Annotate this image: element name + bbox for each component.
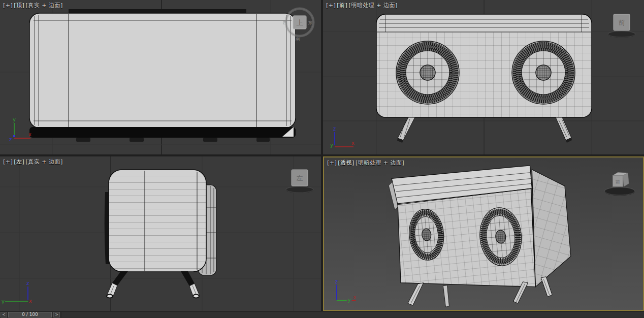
speaker-driver-left[interactable] bbox=[396, 41, 459, 104]
viewport-label-front: [+][前][明暗处理 + 边面] bbox=[326, 2, 399, 9]
axis-gizmo-left: z y x bbox=[2, 280, 32, 304]
axis-gizmo-front: z x y bbox=[330, 126, 355, 148]
viewcube-face-label[interactable]: 左 bbox=[297, 174, 303, 182]
viewcube-face-label[interactable]: 前 bbox=[619, 19, 625, 26]
axis-z-label: z bbox=[335, 279, 338, 284]
max-viewport-area: 上 西 东 南 y x z [+][顶][真实 + 边面] bbox=[0, 0, 644, 318]
viewcube-left[interactable]: 左 bbox=[286, 170, 313, 193]
viewport-menu-button[interactable]: [+] bbox=[3, 2, 13, 9]
compass-east-label[interactable]: 东 bbox=[308, 20, 313, 25]
viewport-name-button[interactable]: [透视] bbox=[338, 160, 355, 166]
timeline-next-frame-button[interactable]: > bbox=[53, 312, 60, 317]
viewport-name-button[interactable]: [左] bbox=[14, 158, 24, 165]
timeline-prev-frame-button[interactable]: < bbox=[1, 312, 7, 317]
viewport-perspective[interactable]: 前 z y x [+][透视][明暗处理 + 边面] bbox=[323, 156, 644, 311]
viewcube-face-label[interactable]: 上 bbox=[297, 19, 303, 26]
axis-x-label: x bbox=[29, 298, 32, 304]
viewport-shading-button[interactable]: [真实 + 边面] bbox=[25, 2, 62, 9]
viewport-menu-button[interactable]: [+] bbox=[3, 158, 13, 165]
timeline-slider-thumb[interactable]: 0 / 100 bbox=[8, 312, 52, 317]
axis-x-label: x bbox=[28, 132, 31, 137]
axis-y-label: y bbox=[330, 142, 333, 148]
timeline-bar: < 0 / 100 > bbox=[0, 311, 644, 318]
speaker-model-left-view[interactable] bbox=[105, 170, 216, 298]
axis-x-label: x bbox=[351, 140, 355, 146]
viewport-shading-button[interactable]: [明暗处理 + 边面] bbox=[356, 160, 404, 166]
axis-z-label: z bbox=[26, 280, 29, 286]
speaker-driver-right[interactable] bbox=[512, 41, 575, 104]
axis-y-label: y bbox=[348, 297, 351, 303]
viewcube-face-label[interactable]: 前 bbox=[616, 179, 620, 184]
speaker-model-top-view[interactable] bbox=[29, 9, 296, 142]
viewport-name-button[interactable]: [前] bbox=[337, 2, 347, 9]
viewport-shading-button[interactable]: [明暗处理 + 边面] bbox=[348, 2, 397, 9]
viewport-menu-button[interactable]: [+] bbox=[327, 160, 337, 166]
viewcube-front[interactable]: 前 bbox=[608, 14, 635, 38]
viewport-menu-button[interactable]: [+] bbox=[326, 2, 336, 9]
axis-z-label: z bbox=[333, 126, 336, 132]
compass-west-label[interactable]: 西 bbox=[283, 20, 287, 25]
axis-y-label: y bbox=[13, 117, 16, 122]
viewport-shading-button[interactable]: [真实 + 边面] bbox=[25, 158, 62, 165]
viewport-name-button[interactable]: [顶] bbox=[14, 2, 24, 9]
axis-y-label: y bbox=[2, 299, 5, 304]
compass-south-label[interactable]: 南 bbox=[296, 37, 300, 42]
axis-gizmo-top: y x z bbox=[9, 117, 31, 142]
viewport-top[interactable]: 上 西 东 南 y x z [+][顶][真实 + 边面] bbox=[0, 0, 321, 154]
viewport-left[interactable]: 左 z y x [+][左][真实 + 边面] bbox=[0, 156, 321, 311]
viewport-label-perspective: [+][透视][明暗处理 + 边面] bbox=[327, 159, 405, 167]
viewport-label-top: [+][顶][真实 + 边面] bbox=[3, 2, 64, 9]
timeline-track[interactable] bbox=[62, 312, 644, 317]
viewport-front[interactable]: 前 z x y [+][前][明暗处理 + 边面] bbox=[323, 0, 644, 154]
axis-x-label: x bbox=[353, 295, 356, 300]
speaker-legs-left-view bbox=[106, 271, 199, 298]
viewport-label-left: [+][左][真实 + 边面] bbox=[3, 158, 64, 166]
axis-z-label: z bbox=[9, 137, 12, 142]
